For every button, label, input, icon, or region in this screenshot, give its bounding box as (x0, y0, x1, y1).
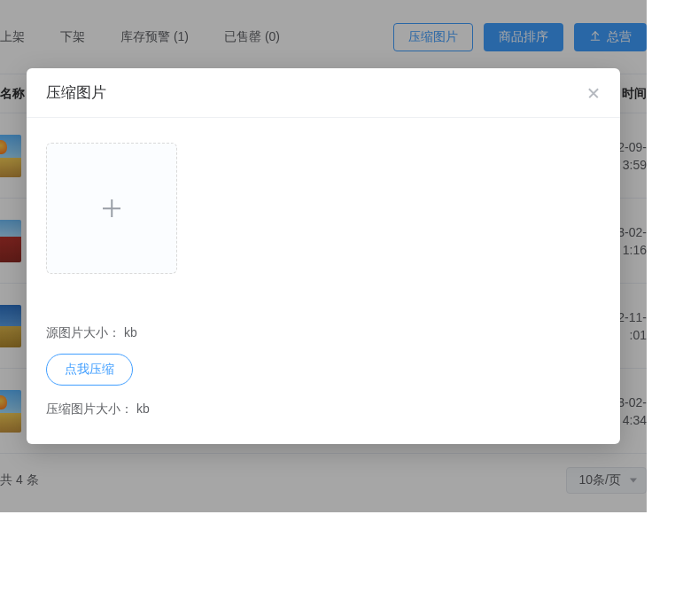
dialog-body: 源图片大小： kb 点我压缩 压缩图片大小： kb (27, 118, 620, 444)
output-size-unit: kb (136, 402, 150, 416)
close-icon[interactable] (586, 86, 601, 100)
compress-button[interactable]: 点我压缩 (46, 354, 133, 386)
dialog-title: 压缩图片 (46, 82, 106, 103)
output-size-line: 压缩图片大小： kb (46, 402, 601, 417)
modal-backdrop: 压缩图片 源图片大小： kb 点我压缩 压缩图片大小： kb (0, 0, 647, 512)
image-upload-zone[interactable] (46, 143, 177, 274)
source-size-label: 源图片大小： (46, 325, 120, 339)
plus-icon (103, 199, 120, 217)
compress-dialog: 压缩图片 源图片大小： kb 点我压缩 压缩图片大小： kb (27, 68, 620, 444)
dialog-header: 压缩图片 (27, 68, 620, 118)
source-size-unit: kb (124, 325, 137, 339)
output-size-label: 压缩图片大小： (46, 402, 133, 416)
source-size-line: 源图片大小： kb (46, 325, 601, 341)
